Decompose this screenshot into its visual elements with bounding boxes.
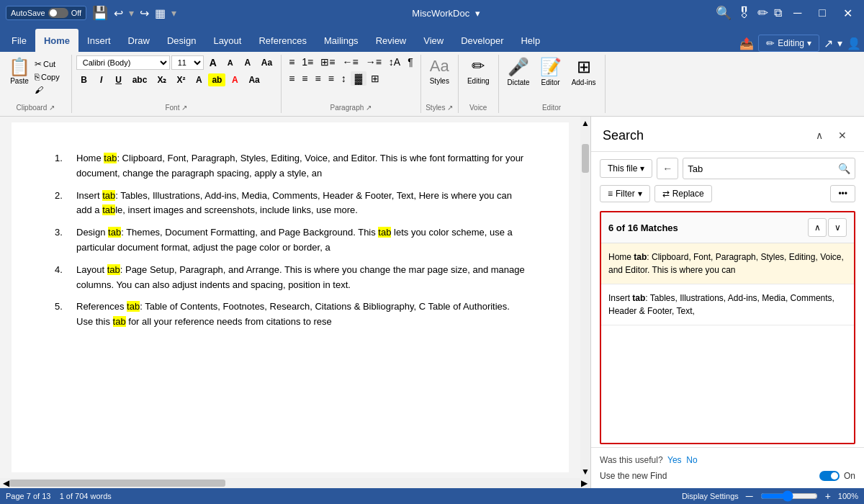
editor-btn[interactable]: 📝 Editor	[536, 55, 566, 89]
addins-btn[interactable]: ⊞ Add-ins	[567, 55, 600, 89]
styles-btn[interactable]: Aa Styles	[426, 55, 454, 87]
ribbon-display-icon[interactable]: 🎖	[737, 5, 752, 22]
font-expand-icon[interactable]: ↗	[181, 104, 187, 112]
scroll-up-btn[interactable]: ▲	[580, 117, 590, 130]
next-result-btn[interactable]: ∨	[828, 218, 847, 237]
tab-review[interactable]: Review	[367, 29, 415, 52]
align-left-btn[interactable]: ≡	[286, 71, 297, 86]
editing-mode-btn[interactable]: ✏ Editing ▾	[758, 35, 819, 52]
strikethrough-btn[interactable]: abc	[128, 73, 152, 87]
restore-icon[interactable]: ⧉	[774, 6, 782, 19]
filter-btn[interactable]: ≡ Filter ▾	[600, 185, 650, 202]
vertical-scrollbar[interactable]: ▲ ▼	[580, 117, 590, 478]
decrease-indent-btn[interactable]: ←≡	[339, 55, 361, 69]
scroll-right-btn[interactable]: ▶	[581, 478, 588, 488]
account-icon[interactable]: ▾	[837, 37, 842, 49]
size-selector[interactable]: 11	[171, 55, 204, 70]
change-case-btn[interactable]: Aa	[257, 55, 276, 70]
subscript-btn[interactable]: X₂	[153, 73, 171, 87]
close-btn[interactable]: ✕	[837, 4, 858, 23]
undo-dropdown-icon[interactable]: ▾	[129, 7, 134, 19]
clipboard-expand-icon[interactable]: ↗	[49, 104, 55, 112]
new-find-toggle[interactable]	[819, 471, 840, 481]
profile-icon[interactable]: 👤	[847, 37, 861, 50]
save-icon[interactable]: 💾	[92, 5, 108, 21]
pen-icon[interactable]: ✏	[757, 5, 768, 21]
share2-icon[interactable]: ↗	[824, 37, 833, 50]
show-marks-btn[interactable]: ¶	[405, 55, 416, 69]
shading-btn[interactable]: ▓	[351, 71, 366, 86]
scroll-down-btn[interactable]: ▼	[580, 465, 590, 478]
borders-btn[interactable]: ⊞	[368, 71, 382, 86]
tab-file[interactable]: File	[3, 29, 35, 52]
tab-home[interactable]: Home	[35, 29, 78, 52]
tab-developer[interactable]: Developer	[452, 29, 512, 52]
close-search-btn[interactable]: ✕	[832, 125, 852, 145]
autosave-toggle[interactable]	[48, 8, 68, 18]
clear-format-btn[interactable]: A	[240, 55, 256, 70]
bold-btn[interactable]: B	[76, 73, 92, 87]
scroll-thumb-h[interactable]	[9, 480, 225, 487]
numbering-btn[interactable]: 1≡	[299, 55, 316, 69]
zoom-in-icon[interactable]: +	[825, 490, 831, 502]
font-color-btn[interactable]: A	[227, 73, 243, 87]
back-btn[interactable]: ←	[657, 158, 678, 179]
format-painter-btn[interactable]: 🖌	[32, 84, 63, 96]
underline-btn[interactable]: U	[111, 73, 127, 87]
copy-btn[interactable]: ⎘ Copy	[32, 71, 63, 83]
shrink-font-btn[interactable]: A	[222, 56, 238, 69]
search-mag-icon[interactable]: 🔍	[838, 163, 850, 174]
result-item-1[interactable]: Home tab: Clipboard, Font, Paragraph, St…	[601, 243, 854, 284]
align-center-btn[interactable]: ≡	[299, 71, 310, 86]
customize-dropdown-icon[interactable]: ▾	[171, 7, 176, 19]
horizontal-scrollbar[interactable]: ◀ ▶	[0, 478, 590, 488]
title-chevron[interactable]: ▾	[475, 8, 480, 19]
zoom-slider[interactable]	[760, 490, 818, 502]
increase-indent-btn[interactable]: →≡	[363, 55, 384, 69]
minimize-btn[interactable]: ─	[788, 4, 807, 22]
sort-btn[interactable]: ↕A	[386, 55, 403, 69]
scroll-thumb[interactable]	[582, 144, 589, 173]
zoom-out-icon[interactable]: ─	[746, 490, 753, 502]
highlight-btn[interactable]: ab	[208, 73, 225, 86]
italic-btn[interactable]: I	[94, 73, 109, 87]
restore-btn[interactable]: □	[813, 4, 832, 22]
justify-btn[interactable]: ≡	[325, 71, 337, 86]
collapse-btn[interactable]: ∧	[809, 125, 829, 145]
tab-layout[interactable]: Layout	[204, 29, 250, 52]
tab-draw[interactable]: Draw	[120, 29, 158, 52]
editing-btn-ribbon[interactable]: ✏ Editing	[463, 55, 494, 87]
autosave-badge[interactable]: AutoSave Off	[6, 6, 86, 20]
font-selector[interactable]: Calibri (Body)	[76, 55, 170, 70]
cut-btn[interactable]: ✂ Cut	[32, 58, 63, 70]
yes-link[interactable]: Yes	[667, 455, 682, 465]
multilevel-btn[interactable]: ⊞≡	[318, 55, 338, 69]
prev-result-btn[interactable]: ∧	[808, 218, 827, 237]
redo-icon[interactable]: ↪	[140, 6, 149, 20]
grow-font-btn[interactable]: A	[205, 55, 221, 71]
tab-view[interactable]: View	[415, 29, 452, 52]
scope-selector[interactable]: This file ▾	[600, 159, 652, 178]
search-icon[interactable]: 🔍	[716, 5, 732, 21]
char-spacing-btn[interactable]: Aa	[244, 73, 264, 87]
undo-icon[interactable]: ↩	[114, 6, 123, 20]
dictate-btn[interactable]: 🎤 Dictate	[503, 55, 534, 89]
tab-design[interactable]: Design	[158, 29, 204, 52]
no-link[interactable]: No	[686, 455, 697, 465]
tab-insert[interactable]: Insert	[78, 29, 120, 52]
tab-mailings[interactable]: Mailings	[315, 29, 367, 52]
line-spacing-btn[interactable]: ↕	[338, 71, 349, 86]
text-effects-btn[interactable]: A	[191, 73, 207, 87]
scroll-left-btn[interactable]: ◀	[3, 478, 9, 488]
bullets-btn[interactable]: ≡	[286, 55, 297, 69]
paste-btn[interactable]: 📋 Paste ✂ Cut ⎘ Copy 🖌	[4, 55, 67, 98]
tab-references[interactable]: References	[250, 29, 315, 52]
customize-icon[interactable]: ▦	[155, 6, 166, 20]
tab-help[interactable]: Help	[512, 29, 549, 52]
result-item-2[interactable]: Insert tab: Tables, Illustrations, Add-i…	[601, 284, 854, 325]
more-options-btn[interactable]: •••	[830, 185, 855, 202]
para-expand-icon[interactable]: ↗	[366, 104, 372, 112]
display-settings-btn[interactable]: Display Settings	[682, 492, 739, 500]
share-icon[interactable]: 📤	[739, 37, 754, 50]
search-input[interactable]	[688, 163, 838, 174]
